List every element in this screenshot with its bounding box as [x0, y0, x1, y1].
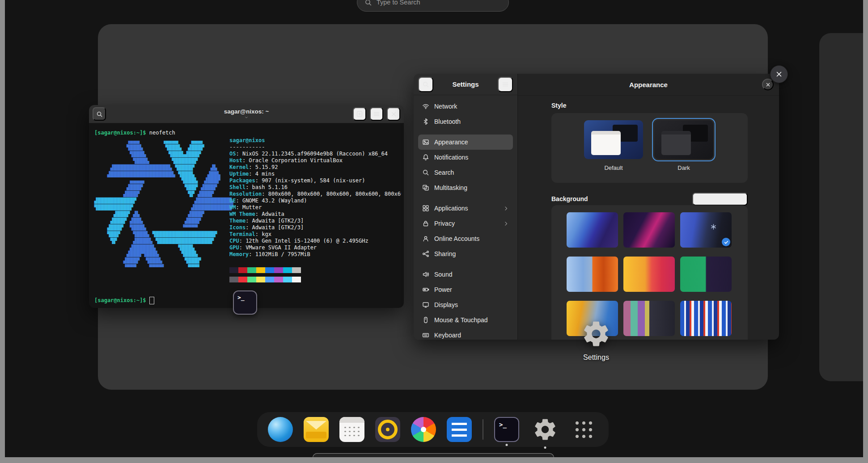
- sidebar-item-applications[interactable]: Applications: [418, 201, 513, 216]
- sidebar-item-bluetooth[interactable]: Bluetooth: [418, 114, 513, 129]
- settings-content: Appearance Style Default Dark: [518, 74, 779, 340]
- settings-window[interactable]: Settings NetworkBluetoothAppearanceNotif…: [414, 74, 779, 340]
- appearance-icon: [422, 139, 429, 146]
- mail-glyph: [304, 417, 329, 442]
- sidebar-item-label: Notifications: [434, 154, 468, 161]
- sidebar-item-privacy[interactable]: Privacy: [418, 216, 513, 231]
- style-option-dark[interactable]: Dark: [654, 120, 713, 171]
- sidebar-item-power[interactable]: Power: [418, 282, 513, 297]
- network-icon: [422, 103, 429, 110]
- style-card: Default Dark: [551, 113, 748, 183]
- sidebar-item-label: Mouse & Touchpad: [434, 316, 488, 324]
- settings-content-header: Appearance: [518, 74, 779, 96]
- terminal-search-button[interactable]: [93, 107, 106, 121]
- sidebar-item-sound[interactable]: Sound: [418, 267, 513, 282]
- sidebar-item-keyboard[interactable]: Keyboard: [418, 328, 513, 340]
- terminal-menu-button[interactable]: [370, 107, 383, 121]
- add-picture-button[interactable]: Add Picture…: [692, 193, 748, 206]
- sidebar-group-gap: [418, 195, 513, 201]
- search-placeholder: Type to Search: [377, 0, 420, 6]
- privacy-icon: [422, 220, 429, 227]
- wallpaper-thumbnail-amber-red-gradient[interactable]: [623, 257, 675, 292]
- close-icon: [390, 111, 397, 118]
- overview-search-bar[interactable]: Type to Search: [357, 0, 509, 12]
- menu-icon: [373, 110, 380, 118]
- sidebar-item-label: Sharing: [434, 250, 456, 257]
- console-app-icon[interactable]: >_: [233, 290, 257, 315]
- wallpaper-thumbnail-blue-purple-geometric[interactable]: [567, 212, 618, 248]
- terminal-prompt-line: [sagar@nixos:~]$: [94, 297, 154, 304]
- gnome-overview-screen: Type to Search sagar@nixos: ~ [s: [0, 0, 868, 463]
- calendar-icon[interactable]: [339, 417, 364, 442]
- sidebar-item-label: Keyboard: [434, 332, 461, 339]
- sidebar-item-search[interactable]: Search: [418, 165, 513, 180]
- settings-menu-button[interactable]: [498, 77, 513, 92]
- mail-icon[interactable]: [304, 417, 329, 442]
- search-icon: [422, 169, 429, 176]
- background-card: [551, 205, 748, 340]
- chevron-right-icon: [503, 206, 509, 211]
- sidebar-item-mouse-touchpad[interactable]: Mouse & Touchpad: [418, 312, 513, 328]
- settings-sidebar-header: Settings: [414, 74, 517, 95]
- background-section-label: Background: [551, 195, 588, 202]
- displays-icon: [422, 301, 429, 308]
- style-dark-label: Dark: [654, 164, 713, 171]
- style-dark-preview: [654, 120, 713, 159]
- style-option-default[interactable]: Default: [584, 120, 643, 171]
- gear-icon: [533, 417, 558, 442]
- adjacent-workspace[interactable]: [819, 33, 868, 381]
- wallpaper-thumbnail-green-truchet-dots[interactable]: [680, 257, 732, 292]
- wallpaper-thumbnail-blue-orange-pixels[interactable]: [567, 257, 618, 292]
- photos-icon[interactable]: [411, 417, 436, 442]
- sidebar-item-label: Power: [434, 286, 452, 293]
- settings-sidebar: Settings NetworkBluetoothAppearanceNotif…: [414, 74, 518, 340]
- photos-glyph: [411, 417, 436, 442]
- sidebar-item-label: Multitasking: [434, 184, 467, 191]
- settings-app-label: Settings: [551, 354, 641, 362]
- terminal-close-button[interactable]: [387, 107, 400, 121]
- terminal-command-line: [sagar@nixos:~]$ neofetch: [94, 130, 175, 136]
- terminal-new-tab-button[interactable]: [353, 107, 366, 121]
- app-grid-icon[interactable]: [571, 417, 596, 442]
- wallpaper-thumbnail-nixos-dark-blue[interactable]: [680, 212, 732, 248]
- sidebar-item-multitasking[interactable]: Multitasking: [418, 180, 513, 195]
- sidebar-item-label: Bluetooth: [434, 118, 461, 125]
- neofetch-info: sagar@nixos-----------OS: NixOS 22.11.23…: [229, 137, 401, 258]
- sidebar-item-sharing[interactable]: Sharing: [418, 246, 513, 261]
- chevron-right-icon: [503, 221, 509, 227]
- chevron-down-icon: [244, 115, 249, 120]
- settings-icon[interactable]: [530, 414, 560, 445]
- sidebar-item-notifications[interactable]: Notifications: [418, 150, 513, 165]
- mouse-touchpad-icon: [422, 316, 429, 324]
- app-grid-dots: [574, 420, 594, 440]
- sidebar-item-appearance[interactable]: Appearance: [418, 135, 513, 150]
- menu-icon: [502, 81, 509, 88]
- file-manager-icon[interactable]: [447, 417, 472, 442]
- running-indicator-dot: [506, 444, 508, 446]
- terminal-headerbar: sagar@nixos: ~: [89, 105, 404, 123]
- music-player-icon[interactable]: [375, 417, 400, 442]
- style-default-preview: [584, 120, 643, 159]
- speaker-glyph: [375, 417, 400, 442]
- window-close-button[interactable]: [770, 65, 788, 83]
- settings-search-button[interactable]: [418, 77, 433, 92]
- web-browser-icon[interactable]: [268, 417, 293, 442]
- appearance-page: Style Default Dark Background Add: [518, 96, 779, 340]
- terminal-window[interactable]: sagar@nixos: ~ [sagar@nixos:~]$ neofetch…: [89, 105, 404, 308]
- sidebar-item-online-accounts[interactable]: Online Accounts: [418, 231, 513, 246]
- style-section-label: Style: [551, 102, 566, 109]
- wallpaper-thumbnail-blue-white-red-stripes[interactable]: [680, 301, 732, 336]
- page-title: Appearance: [629, 81, 668, 88]
- sidebar-item-network[interactable]: Network: [418, 99, 513, 114]
- sidebar-item-label: Appearance: [434, 139, 468, 146]
- style-default-label: Default: [584, 164, 643, 171]
- sidebar-item-displays[interactable]: Displays: [418, 297, 513, 312]
- wallpaper-thumbnail-dark-magenta-abstract[interactable]: [623, 212, 675, 248]
- console-icon[interactable]: >_: [494, 417, 519, 442]
- settings-app-icon[interactable]: [581, 319, 611, 349]
- sidebar-item-label: Sound: [434, 271, 452, 278]
- settings-close-button[interactable]: [762, 79, 774, 90]
- wallpaper-thumbnail-glitch-pattern[interactable]: [623, 301, 675, 336]
- settings-title: Settings: [452, 80, 478, 88]
- close-icon: [765, 82, 771, 88]
